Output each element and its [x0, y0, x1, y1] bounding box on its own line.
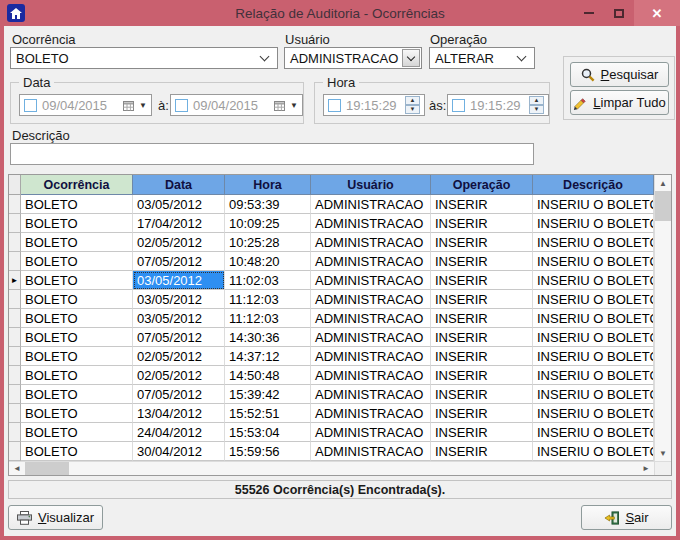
column-header-3[interactable]: Hora [225, 175, 311, 195]
spinner-icon[interactable]: ▲▼ [529, 96, 544, 114]
visualizar-button[interactable]: Visualizar [8, 505, 103, 530]
close-button[interactable]: ✕ [634, 0, 680, 26]
cell[interactable]: ADMINISTRACAO [311, 347, 431, 366]
cell[interactable]: INSERIR [431, 252, 533, 271]
cell[interactable]: 15:59:56 [225, 442, 311, 461]
usuario-dropdown-button[interactable] [402, 49, 420, 67]
table-row[interactable]: BOLETO30/04/201215:59:56ADMINISTRACAOINS… [9, 442, 654, 461]
cell[interactable]: INSERIU O BOLETO [533, 252, 654, 271]
cell[interactable]: INSERIU O BOLETO [533, 309, 654, 328]
data-from-picker[interactable]: 09/04/2015 ▼ [19, 94, 152, 116]
cell[interactable]: 03/05/2012 [133, 271, 225, 290]
cell[interactable]: 07/05/2012 [133, 385, 225, 404]
horizontal-scrollbar[interactable]: ◄ ► [9, 461, 671, 475]
scroll-down-icon[interactable]: ▼ [655, 445, 671, 461]
cell[interactable]: INSERIR [431, 385, 533, 404]
data-to-picker[interactable]: 09/04/2015 ▼ [170, 94, 303, 116]
cell[interactable]: 03/05/2012 [133, 309, 225, 328]
cell[interactable]: INSERIR [431, 404, 533, 423]
cell[interactable]: 09:53:39 [225, 195, 311, 214]
descricao-input[interactable] [10, 143, 534, 165]
cell[interactable]: 14:30:36 [225, 328, 311, 347]
hora-from-checkbox[interactable] [328, 99, 341, 112]
cell[interactable]: INSERIU O BOLETO [533, 442, 654, 461]
sair-button[interactable]: Sair [581, 505, 672, 530]
cell[interactable]: ADMINISTRACAO [311, 442, 431, 461]
cell[interactable]: 11:12:03 [225, 290, 311, 309]
cell[interactable]: INSERIR [431, 233, 533, 252]
hora-from-picker[interactable]: 19:15:29 ▲▼ [323, 94, 425, 116]
usuario-select[interactable]: ADMINISTRACAO [284, 47, 422, 69]
hora-to-picker[interactable]: 19:15:29 ▲▼ [447, 94, 549, 116]
operacao-select[interactable]: ALTERAR [429, 47, 535, 69]
cell[interactable]: INSERIU O BOLETO [533, 195, 654, 214]
scroll-up-icon[interactable]: ▲ [655, 175, 671, 191]
cell[interactable]: INSERIU O BOLETO [533, 423, 654, 442]
cell[interactable]: INSERIU O BOLETO [533, 366, 654, 385]
cell[interactable]: INSERIR [431, 442, 533, 461]
table-row[interactable]: BOLETO07/05/201215:39:42ADMINISTRACAOINS… [9, 385, 654, 404]
cell[interactable]: 24/04/2012 [133, 423, 225, 442]
cell[interactable]: ADMINISTRACAO [311, 385, 431, 404]
cell[interactable]: 14:37:12 [225, 347, 311, 366]
cell[interactable]: BOLETO [21, 271, 133, 290]
limpar-tudo-button[interactable]: Limpar Tudo [570, 90, 669, 115]
cell[interactable]: BOLETO [21, 366, 133, 385]
table-row[interactable]: BOLETO07/05/201210:48:20ADMINISTRACAOINS… [9, 252, 654, 271]
maximize-button[interactable] [604, 0, 634, 26]
cell[interactable]: INSERIR [431, 214, 533, 233]
column-header-4[interactable]: Usuário [311, 175, 431, 195]
cell[interactable]: INSERIR [431, 328, 533, 347]
cell[interactable]: INSERIR [431, 347, 533, 366]
cell[interactable]: ADMINISTRACAO [311, 195, 431, 214]
cell[interactable]: ADMINISTRACAO [311, 423, 431, 442]
cell[interactable]: 15:53:04 [225, 423, 311, 442]
column-header-6[interactable]: Descrição [533, 175, 654, 195]
table-row[interactable]: BOLETO03/05/201211:12:03ADMINISTRACAOINS… [9, 290, 654, 309]
spinner-icon[interactable]: ▲▼ [405, 96, 420, 114]
hora-to-checkbox[interactable] [452, 99, 465, 112]
cell[interactable]: INSERIR [431, 271, 533, 290]
column-header-1[interactable]: Ocorrência [21, 175, 133, 195]
cell[interactable]: ADMINISTRACAO [311, 214, 431, 233]
pesquisar-button[interactable]: Pesquisar [570, 62, 669, 87]
cell[interactable]: 07/05/2012 [133, 252, 225, 271]
cell[interactable]: 17/04/2012 [133, 214, 225, 233]
cell[interactable]: 13/04/2012 [133, 404, 225, 423]
cell[interactable]: ADMINISTRACAO [311, 366, 431, 385]
table-row[interactable]: BOLETO03/05/201209:53:39ADMINISTRACAOINS… [9, 195, 654, 214]
cell[interactable]: INSERIU O BOLETO [533, 233, 654, 252]
table-row[interactable]: BOLETO07/05/201214:30:36ADMINISTRACAOINS… [9, 328, 654, 347]
cell[interactable]: BOLETO [21, 423, 133, 442]
cell[interactable]: 02/05/2012 [133, 347, 225, 366]
cell[interactable]: 11:02:03 [225, 271, 311, 290]
cell[interactable]: ADMINISTRACAO [311, 271, 431, 290]
cell[interactable]: INSERIR [431, 290, 533, 309]
data-to-checkbox[interactable] [175, 99, 188, 112]
cell[interactable]: 02/05/2012 [133, 233, 225, 252]
table-row[interactable]: BOLETO13/04/201215:52:51ADMINISTRACAOINS… [9, 404, 654, 423]
cell[interactable]: 02/05/2012 [133, 366, 225, 385]
cell[interactable]: BOLETO [21, 290, 133, 309]
cell[interactable]: 14:50:48 [225, 366, 311, 385]
cell[interactable]: INSERIU O BOLETO [533, 385, 654, 404]
cell[interactable]: 30/04/2012 [133, 442, 225, 461]
cell[interactable]: INSERIU O BOLETO [533, 328, 654, 347]
vertical-scrollbar[interactable]: ▲ ▼ [654, 175, 671, 461]
cell[interactable]: BOLETO [21, 233, 133, 252]
table-row[interactable]: BOLETO02/05/201214:37:12ADMINISTRACAOINS… [9, 347, 654, 366]
table-row[interactable]: BOLETO02/05/201210:25:28ADMINISTRACAOINS… [9, 233, 654, 252]
cell[interactable]: BOLETO [21, 195, 133, 214]
cell[interactable]: 15:39:42 [225, 385, 311, 404]
table-row[interactable]: BOLETO02/05/201214:50:48ADMINISTRACAOINS… [9, 366, 654, 385]
cell[interactable]: 03/05/2012 [133, 195, 225, 214]
table-row[interactable]: BOLETO17/04/201210:09:25ADMINISTRACAOINS… [9, 214, 654, 233]
cell[interactable]: ADMINISTRACAO [311, 252, 431, 271]
table-row[interactable]: BOLETO03/05/201211:12:03ADMINISTRACAOINS… [9, 309, 654, 328]
cell[interactable]: INSERIR [431, 366, 533, 385]
table-row[interactable]: BOLETO24/04/201215:53:04ADMINISTRACAOINS… [9, 423, 654, 442]
cell[interactable]: 11:12:03 [225, 309, 311, 328]
cell[interactable]: ADMINISTRACAO [311, 328, 431, 347]
minimize-button[interactable] [574, 0, 604, 26]
column-header-5[interactable]: Operação [431, 175, 533, 195]
